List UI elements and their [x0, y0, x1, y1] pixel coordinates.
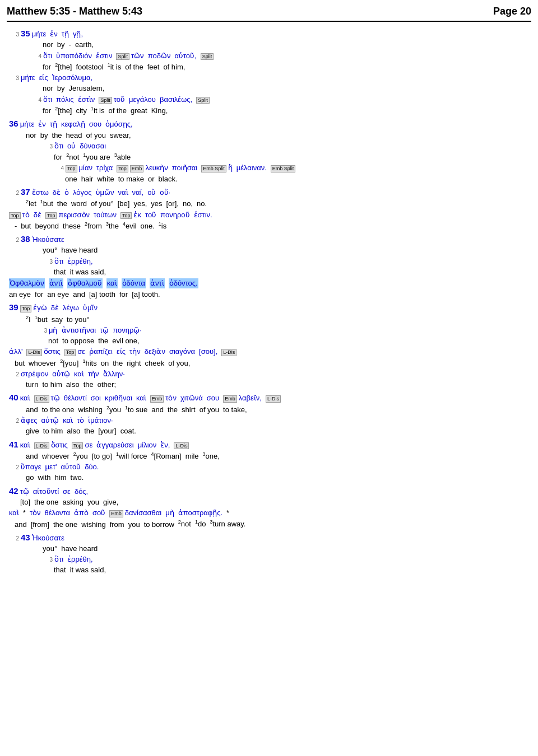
greek-word: ἔστω [32, 188, 49, 198]
greek-word: σου [89, 119, 101, 129]
english-word: and [26, 405, 38, 415]
greek-word: [σου], [199, 347, 217, 357]
emb-split-badge: Emb Split [201, 165, 226, 172]
greek-word: ὑμῶν [96, 188, 114, 198]
top-badge: Top [45, 212, 57, 220]
greek-word: ἐν [50, 29, 58, 39]
english-word: wishing [81, 520, 105, 530]
line-num: 3 [37, 327, 47, 335]
main-content: 3 35 μήτε ἐν τῇ γῇ, nor by - earth, 4 ὅτ… [7, 25, 531, 579]
greek-highlighted-word: ἀντὶ [150, 278, 165, 288]
greek-word: ἱμάτιον· [88, 416, 113, 426]
greek-word: ἐστιν [96, 51, 113, 61]
verse-num: 36 [9, 118, 18, 129]
greek-word: ὅτι [43, 95, 52, 105]
english-word: it was said, [70, 267, 106, 277]
greek-word: καὶ [74, 369, 84, 379]
english-word: cheek [145, 358, 165, 368]
top-badge: Top [66, 165, 77, 172]
english-word: to him [43, 426, 63, 436]
greek-highlighted-word: ὀδόντος. [169, 278, 198, 288]
greek-word: αὐτῷ [52, 369, 70, 379]
english-word: the [168, 405, 178, 415]
english-word: to oppose [62, 336, 94, 346]
english-word: these [63, 221, 81, 231]
verse-37-block: 2 37 ἔστω δὲ ὁ λόγος ὑμῶν ναὶ ναί, οὒ οὔ… [9, 186, 529, 231]
english-word: not [48, 336, 58, 346]
english-word: to him [42, 380, 62, 390]
english-word: black. [159, 174, 178, 184]
emb-badge: Emb [109, 510, 123, 517]
english-word: of him, [163, 62, 185, 72]
greek-word: σοι [91, 393, 101, 403]
english-word: of the [109, 106, 127, 116]
english-word: white [97, 174, 114, 184]
english-word: two. [71, 473, 84, 483]
english-word: have heard [61, 245, 98, 255]
english-word: on [101, 358, 109, 368]
english-word: and [73, 290, 85, 300]
english-word: for [43, 62, 51, 72]
greek-word: σιαγόνα [169, 347, 195, 357]
english-word: no, [183, 199, 193, 209]
greek-word: πονηροῦ [160, 210, 189, 220]
english-word: [a] tooth. [132, 290, 160, 300]
english-word: 4[Roman] [151, 451, 182, 462]
greek-word: ἀποστραφῇς. [178, 508, 222, 518]
english-word: [from] [31, 520, 49, 530]
greek-word: ὅστις [51, 440, 68, 450]
english-word: footstool [76, 62, 103, 72]
greek-word: οὔ· [160, 188, 170, 198]
english-word: city [76, 106, 87, 116]
english-word: with [38, 473, 50, 483]
line-num: 3 [43, 143, 53, 151]
verse-num: 40 [9, 391, 18, 403]
verse-35-block: 3 35 μήτε ἐν τῇ γῇ, nor by - earth, 4 ὅτ… [9, 27, 529, 116]
greek-word: ὅτι [43, 51, 52, 61]
verse-num: 43 [21, 531, 30, 543]
english-word: the [84, 380, 94, 390]
english-word: other; [98, 380, 116, 390]
greek-word: μὴ [49, 325, 58, 335]
greek-word: θέλοντί [64, 393, 87, 403]
greek-word: δεξιὰν [145, 347, 165, 357]
english-word: 1but [35, 314, 48, 325]
english-word: an eye [9, 290, 31, 300]
greek-word: μίαν [79, 163, 92, 173]
english-word: earth, [75, 40, 94, 50]
greek-word: στρέψον [21, 369, 48, 379]
verse-num: 42 [9, 485, 18, 497]
greek-word: ὀμόσῃς, [105, 119, 133, 129]
greek-word: καὶ [9, 508, 19, 518]
greek-word: ἐρρέθη, [67, 256, 93, 267]
header-title: Matthew 5:35 - Matthew 5:43 [7, 4, 142, 18]
greek-word: ἕν, [160, 440, 170, 450]
ldis-badge: L-Dis [266, 395, 281, 403]
english-word: 1is [159, 221, 166, 232]
greek-word: ἀντιστῆναι [62, 325, 96, 335]
english-word: an eye [47, 290, 69, 300]
english-word: you° [43, 245, 57, 255]
english-word: but [21, 221, 31, 231]
greek-word: μήτε [21, 73, 35, 83]
greek-word: δύο. [85, 462, 99, 472]
verse-num: 39 [9, 301, 18, 313]
english-word: 1you are [83, 152, 110, 163]
english-word: feet [147, 62, 160, 72]
english-word: for [54, 152, 62, 162]
greek-word: μέλαιναν. [236, 163, 267, 173]
ldis-badge: L-Dis [34, 395, 49, 403]
line-num: 2 [9, 236, 19, 244]
english-word: for [119, 290, 128, 300]
english-word: coat. [120, 426, 136, 436]
page-header: Matthew 5:35 - Matthew 5:43 Page 20 [7, 4, 531, 22]
greek-word: τῇ [62, 29, 69, 39]
top-badge: Top [72, 442, 84, 450]
english-word: give [26, 426, 39, 436]
verse-39-block: 39 Top ἐγὼ δὲ λέγω ὑμῖν 2I 1but say to y… [9, 301, 529, 390]
english-word: the [113, 358, 123, 368]
ldis-badge: L-Dis [221, 349, 236, 356]
english-word: for [35, 290, 43, 300]
english-word: one [65, 174, 77, 184]
line-num: 2 [9, 535, 19, 543]
